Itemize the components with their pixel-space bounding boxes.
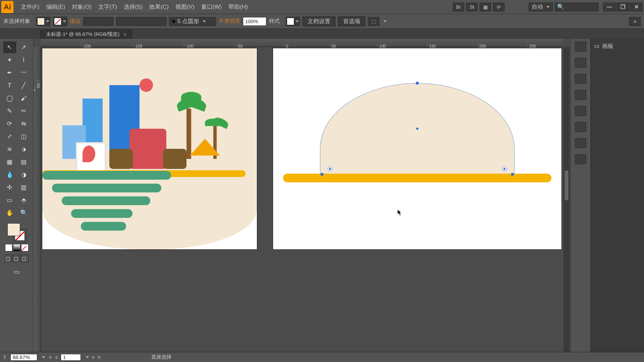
lasso-tool-icon[interactable]: ⌇ xyxy=(17,54,30,66)
paintbrush-tool-icon[interactable]: 🖌 xyxy=(17,93,30,104)
color-guide-panel-icon[interactable] xyxy=(575,58,586,68)
horizontal-ruler[interactable]: -200 -150 -100 -50 0 50 100 150 200 250 xyxy=(41,39,563,47)
arrange-docs-icon[interactable]: ▦ xyxy=(480,3,491,11)
bridge-button[interactable]: Br xyxy=(453,3,464,11)
slice-tool-icon[interactable]: ⬘ xyxy=(17,194,30,206)
artboard-2[interactable] xyxy=(273,48,561,249)
fill-color-icon[interactable] xyxy=(7,223,20,236)
chevron-down-icon xyxy=(383,20,387,22)
stroke-profile[interactable]: 5 点圆形 xyxy=(169,17,216,26)
menu-object[interactable]: 对象(O) xyxy=(68,1,95,13)
opacity-value[interactable]: 100% xyxy=(243,17,266,26)
menu-select[interactable]: 选择(S) xyxy=(120,1,146,13)
zoom-level[interactable]: 66.67% xyxy=(10,354,37,361)
window-close[interactable]: ✕ xyxy=(630,3,643,11)
live-corner-left-icon[interactable] xyxy=(328,167,332,171)
workspace-switcher[interactable]: 自动 xyxy=(529,3,553,11)
window-maximize[interactable]: ❐ xyxy=(616,3,629,11)
preferences-button[interactable]: 首选项 xyxy=(338,16,365,26)
anchor-top[interactable] xyxy=(416,82,419,84)
live-corner-right-icon[interactable] xyxy=(502,167,507,171)
width-tool-icon[interactable]: ≋ xyxy=(3,143,16,155)
graph-tool-icon[interactable]: ▥ xyxy=(17,182,30,193)
screen-mode-icon[interactable]: ▭ xyxy=(10,266,23,278)
magic-wand-tool-icon[interactable]: ✦ xyxy=(3,54,16,66)
stroke-weight[interactable] xyxy=(83,17,113,26)
document-tab[interactable]: 未标题-1* @ 66.67% (RGB/预览) × xyxy=(40,29,132,39)
symbols-panel-icon[interactable] xyxy=(575,106,586,116)
menu-file[interactable]: 文件(F) xyxy=(17,1,43,13)
last-artboard-icon[interactable] xyxy=(98,355,101,359)
mesh-tool-icon[interactable]: ▤ xyxy=(17,156,30,168)
fill-stroke-control[interactable] xyxy=(7,223,26,242)
pencil-tool-icon[interactable]: ✎ xyxy=(3,105,16,117)
graphic-style[interactable] xyxy=(286,17,300,26)
align-artboard-icon[interactable]: ⬚ xyxy=(368,17,379,26)
type-tool-icon[interactable]: T xyxy=(3,80,16,91)
control-bar: 未选择对象 描边 5 点圆形 不透明度 100% 样式 文档设置 首选项 ⬚ ≡ xyxy=(0,14,644,29)
swatches-panel-icon[interactable] xyxy=(575,74,586,84)
gradient-panel-icon[interactable] xyxy=(575,138,586,148)
anchor-right[interactable] xyxy=(511,173,514,176)
menu-edit[interactable]: 编辑(E) xyxy=(43,1,69,13)
color-panel-icon[interactable] xyxy=(575,42,586,52)
ellipse-tool-icon[interactable]: ◯ xyxy=(3,93,16,104)
stock-button[interactable]: St xyxy=(466,3,478,11)
pen-tool-icon[interactable]: ✒ xyxy=(3,67,16,78)
menu-type[interactable]: 文字(T) xyxy=(95,1,120,13)
vertical-ruler[interactable]: -50 0 50 100 xyxy=(34,47,41,355)
draw-inside-icon[interactable]: ◻ xyxy=(21,255,29,262)
none-mode-icon[interactable] xyxy=(21,244,29,251)
blend-tool-icon[interactable]: ◑ xyxy=(17,169,30,180)
hand-tool-icon[interactable]: ✋ xyxy=(3,207,16,219)
scale-tool-icon[interactable]: ⤢ xyxy=(3,131,16,142)
anchor-left[interactable] xyxy=(321,173,323,176)
draw-behind-icon[interactable]: ◻ xyxy=(13,255,20,262)
selection-tool-icon[interactable]: ↖ xyxy=(3,42,16,53)
stroke-panel-icon[interactable] xyxy=(575,122,586,132)
draw-normal-icon[interactable]: ◻ xyxy=(5,255,12,262)
menu-window[interactable]: 窗口(W) xyxy=(198,1,225,13)
perspective-tool-icon[interactable]: ▦ xyxy=(3,156,16,168)
color-mode-icon[interactable] xyxy=(5,244,12,251)
eyedropper-tool-icon[interactable]: 💧 xyxy=(3,169,16,180)
tab-close-icon[interactable]: × xyxy=(123,32,126,37)
symbol-sprayer-tool-icon[interactable]: ✣ xyxy=(3,182,16,193)
brush-combo[interactable] xyxy=(116,17,166,26)
fill-swatch[interactable] xyxy=(36,17,50,26)
artboard-number[interactable]: 1 xyxy=(61,354,81,361)
next-artboard-icon[interactable] xyxy=(92,355,95,359)
shape-center-icon xyxy=(416,128,418,130)
direct-selection-tool-icon[interactable]: ↗ xyxy=(17,42,30,53)
selection-status: 未选择对象 xyxy=(3,18,30,25)
appearance-panel-icon[interactable] xyxy=(575,154,586,164)
canvas-area[interactable]: -200 -150 -100 -50 0 50 100 150 200 250 … xyxy=(34,39,570,362)
first-artboard-icon[interactable] xyxy=(49,355,51,359)
line-tool-icon[interactable]: ╱ xyxy=(17,80,30,91)
prev-artboard-icon[interactable] xyxy=(55,355,57,359)
doc-setup-button[interactable]: 文档设置 xyxy=(303,16,335,26)
reflect-tool-icon[interactable]: ⇋ xyxy=(17,118,30,129)
curvature-tool-icon[interactable]: 〰 xyxy=(17,67,30,78)
window-minimize[interactable]: — xyxy=(603,3,616,11)
stroke-swatch[interactable] xyxy=(53,17,67,26)
artboard-tool-icon[interactable]: ▭ xyxy=(3,194,16,206)
search-input[interactable]: 🔍 xyxy=(555,3,598,11)
sync-settings-icon[interactable]: ⟳ xyxy=(493,3,504,11)
menu-view[interactable]: 视图(V) xyxy=(172,1,198,13)
zoom-tool-icon[interactable]: 🔍 xyxy=(17,207,30,219)
menu-help[interactable]: 帮助(H) xyxy=(225,1,251,13)
panel-menu-icon[interactable]: ≡ xyxy=(629,17,641,26)
shape-builder-tool-icon[interactable]: ⬗ xyxy=(17,143,30,155)
brushes-panel-icon[interactable] xyxy=(575,90,586,100)
vertical-scrollbar[interactable] xyxy=(564,47,570,355)
menu-effect[interactable]: 效果(C) xyxy=(146,1,172,13)
scissors-tool-icon[interactable]: ✂ xyxy=(17,105,30,117)
rotate-tool-icon[interactable]: ⟳ xyxy=(3,118,16,129)
free-transform-tool-icon[interactable]: ◫ xyxy=(17,131,30,142)
ruler-tick: -100 xyxy=(184,44,195,47)
artboard-1[interactable] xyxy=(42,48,257,249)
artboards-panel[interactable]: ▭ 画板 xyxy=(590,39,644,362)
export-icon[interactable]: ⇪ xyxy=(3,354,7,360)
gradient-mode-icon[interactable] xyxy=(13,244,20,251)
